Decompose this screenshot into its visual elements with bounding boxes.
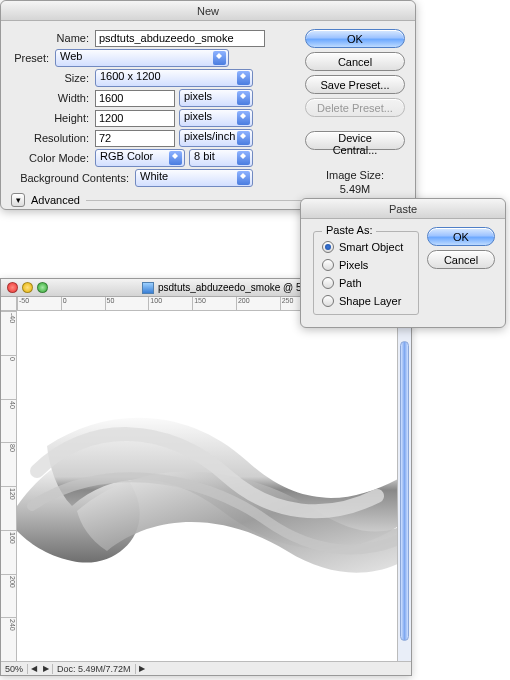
radio-icon — [322, 277, 334, 289]
doc-size-status: Doc: 5.49M/7.72M — [52, 664, 136, 674]
advanced-toggle[interactable]: ▾ — [11, 193, 25, 207]
chevron-updown-icon — [237, 111, 250, 125]
image-size-value: 5.49M — [305, 182, 405, 196]
size-select[interactable]: 1600 x 1200 — [95, 69, 253, 87]
new-document-dialog: New Name: Preset: Web Size: 1600 x 1200 … — [0, 0, 416, 210]
dialog-title: Paste — [301, 199, 505, 219]
radio-icon — [322, 259, 334, 271]
paste-as-legend: Paste As: — [322, 224, 376, 236]
preset-select[interactable]: Web — [55, 49, 229, 67]
device-central-button[interactable]: Device Central... — [305, 131, 405, 150]
paste-as-group: Paste As: Smart Object Pixels Path Shape… — [313, 231, 419, 315]
width-label: Width: — [11, 92, 95, 104]
paste-dialog: Paste Paste As: Smart Object Pixels Path… — [300, 198, 506, 328]
radio-path[interactable]: Path — [322, 274, 410, 292]
scrollbar-thumb[interactable] — [400, 341, 409, 641]
bitdepth-select[interactable]: 8 bit — [189, 149, 253, 167]
ruler-vertical[interactable]: -4004080120160200240 — [1, 311, 17, 661]
radio-icon — [322, 241, 334, 253]
radio-shape-layer[interactable]: Shape Layer — [322, 292, 410, 310]
smoke-artwork — [17, 311, 397, 661]
bgcontents-select[interactable]: White — [135, 169, 253, 187]
resolution-input[interactable] — [95, 130, 175, 147]
status-bar: 50% ◀ ▶ Doc: 5.49M/7.72M ▶ — [1, 661, 411, 675]
window-title: psdtuts_abduzeedo_smoke @ 50% — [158, 282, 316, 293]
ok-button[interactable]: OK — [305, 29, 405, 48]
bgcontents-label: Background Contents: — [11, 172, 135, 184]
height-input[interactable] — [95, 110, 175, 127]
ok-button[interactable]: OK — [427, 227, 495, 246]
chevron-updown-icon — [169, 151, 182, 165]
chevron-updown-icon — [237, 71, 250, 85]
height-label: Height: — [11, 112, 95, 124]
radio-pixels[interactable]: Pixels — [322, 256, 410, 274]
canvas-area[interactable] — [17, 311, 397, 661]
colormode-select[interactable]: RGB Color — [95, 149, 185, 167]
radio-smart-object[interactable]: Smart Object — [322, 238, 410, 256]
vertical-scrollbar[interactable] — [397, 311, 411, 661]
cancel-button[interactable]: Cancel — [305, 52, 405, 71]
colormode-label: Color Mode: — [11, 152, 95, 164]
name-label: Name: — [11, 32, 95, 44]
dialog-title: New — [1, 1, 415, 21]
chevron-updown-icon — [237, 91, 250, 105]
zoom-icon[interactable] — [37, 282, 48, 293]
preset-label: Preset: — [11, 52, 55, 64]
radio-icon — [322, 295, 334, 307]
document-icon — [142, 282, 154, 294]
name-input[interactable] — [95, 30, 265, 47]
advanced-label: Advanced — [31, 194, 80, 206]
width-input[interactable] — [95, 90, 175, 107]
save-preset-button[interactable]: Save Preset... — [305, 75, 405, 94]
chevron-updown-icon — [213, 51, 226, 65]
minimize-icon[interactable] — [22, 282, 33, 293]
image-size-label: Image Size: — [305, 168, 405, 182]
cancel-button[interactable]: Cancel — [427, 250, 495, 269]
size-label: Size: — [11, 72, 95, 84]
resolution-unit-select[interactable]: pixels/inch — [179, 129, 253, 147]
zoom-level[interactable]: 50% — [1, 664, 28, 674]
height-unit-select[interactable]: pixels — [179, 109, 253, 127]
chevron-left-icon[interactable]: ◀ — [28, 664, 40, 673]
resolution-label: Resolution: — [11, 132, 95, 144]
chevron-updown-icon — [237, 131, 250, 145]
document-window: psdtuts_abduzeedo_smoke @ 50% -500501001… — [0, 278, 412, 676]
chevron-updown-icon — [237, 151, 250, 165]
width-unit-select[interactable]: pixels — [179, 89, 253, 107]
chevron-updown-icon — [237, 171, 250, 185]
delete-preset-button: Delete Preset... — [305, 98, 405, 117]
divider — [86, 200, 305, 201]
ruler-origin[interactable] — [1, 297, 17, 311]
chevron-right-icon[interactable]: ▶ — [136, 664, 148, 673]
close-icon[interactable] — [7, 282, 18, 293]
chevron-right-icon[interactable]: ▶ — [40, 664, 52, 673]
